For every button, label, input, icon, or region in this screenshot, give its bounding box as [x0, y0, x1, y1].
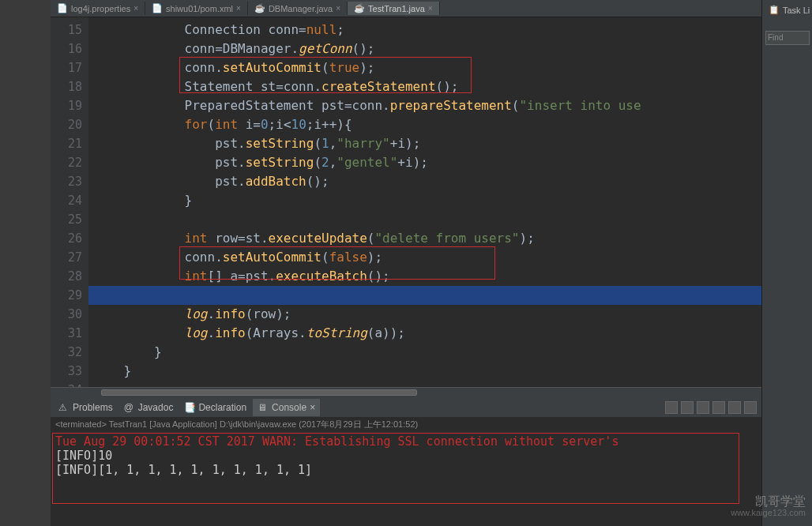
close-icon[interactable]: × — [428, 4, 433, 13]
line-number: 26 — [52, 229, 82, 248]
horizontal-scrollbar[interactable] — [51, 387, 761, 398]
console-tab[interactable]: 🖥Console × — [253, 399, 320, 416]
console-output[interactable]: Tue Aug 29 00:01:52 CST 2017 WARN: Estab… — [51, 431, 761, 526]
line-number: 29 — [52, 286, 82, 305]
ide-container: 📄log4j.properties×📄shiwu01/pom.xml×☕DBMa… — [0, 0, 812, 526]
file-icon: ☕ — [254, 3, 265, 13]
console-tab-icon: 🖥 — [258, 402, 269, 413]
task-list-icon: 📋 — [769, 5, 780, 15]
console-status-line: <terminated> TestTran1 [Java Application… — [51, 417, 761, 431]
editor-tab-bar: 📄log4j.properties×📄shiwu01/pom.xml×☕DBMa… — [51, 0, 761, 17]
tab-label: log4j.properties — [71, 4, 130, 13]
editor-tab[interactable]: ☕TestTran1.java× — [348, 2, 440, 15]
open-console-icon[interactable] — [728, 401, 741, 414]
main-area: 📄log4j.properties×📄shiwu01/pom.xml×☕DBMa… — [51, 0, 761, 526]
console-tab-label: Console — [272, 402, 306, 413]
line-number: 32 — [52, 343, 82, 362]
line-number: 19 — [52, 96, 82, 115]
console-tab-label: Javadoc — [138, 402, 174, 413]
code-line: } — [88, 343, 761, 362]
line-number: 15 — [52, 21, 82, 39]
scroll-thumb[interactable] — [101, 389, 417, 396]
editor-tab[interactable]: 📄shiwu01/pom.xml× — [145, 2, 248, 15]
code-line: Connection conn=null; — [88, 21, 761, 39]
task-search-input[interactable]: Find — [765, 31, 810, 45]
line-number: 23 — [52, 172, 82, 191]
line-number: 18 — [52, 77, 82, 96]
code-line: conn.setAutoCommit(false); — [88, 248, 761, 267]
line-number: 30 — [52, 305, 82, 324]
code-line: pst.setString(2,"gentel"+i); — [88, 153, 761, 172]
tab-label: DBManager.java — [269, 4, 333, 13]
line-number: 22 — [52, 153, 82, 172]
code-line: Statement st=conn.createStatement(); — [88, 77, 761, 96]
display-selected-icon[interactable] — [712, 401, 725, 414]
console-tab[interactable]: @Javadoc — [119, 399, 179, 416]
file-icon: ☕ — [354, 3, 365, 13]
code-area[interactable]: Connection conn=null; conn=DBManager.get… — [88, 17, 761, 387]
editor-tab[interactable]: 📄log4j.properties× — [51, 2, 145, 15]
code-line: conn.setAutoCommit(true); — [88, 58, 761, 77]
editor-tab[interactable]: ☕DBManager.java× — [248, 2, 348, 15]
console-tab-icon: @ — [124, 402, 135, 413]
file-icon: 📄 — [57, 3, 68, 13]
console-tab[interactable]: 📑Declaration — [179, 399, 251, 416]
line-number: 28 — [52, 267, 82, 286]
pin-console-icon[interactable] — [665, 401, 678, 414]
close-console-icon[interactable] — [681, 401, 694, 414]
task-list-title: 📋 Task Li — [765, 3, 809, 17]
close-icon[interactable]: × — [133, 4, 138, 13]
bottom-panel-tabs: ⚠Problems@Javadoc📑Declaration🖥Console × — [51, 398, 761, 417]
console-tab-icon: ⚠ — [58, 402, 70, 413]
remove-launch-icon[interactable] — [697, 401, 709, 414]
code-line — [88, 286, 761, 305]
code-line — [88, 210, 761, 229]
left-margin — [0, 0, 51, 526]
code-line: int[] a=pst.executeBatch(); — [88, 267, 761, 286]
line-number: 17 — [52, 58, 82, 77]
code-line: PreparedStatement pst=conn.prepareStatem… — [88, 96, 761, 115]
line-number: 21 — [52, 134, 82, 153]
code-line: } — [88, 362, 761, 381]
code-line: int row=st.executeUpdate("delete from us… — [88, 229, 761, 248]
close-icon[interactable]: × — [310, 402, 315, 413]
console-tab-label: Declaration — [198, 402, 246, 413]
line-number: 27 — [52, 248, 82, 267]
code-line: } — [88, 191, 761, 210]
minimize-icon[interactable] — [744, 401, 757, 414]
watermark: 凯哥学堂 www.kaige123.com — [731, 496, 806, 518]
line-gutter: 1516171819202122232425262728293031323334 — [51, 17, 88, 387]
close-icon[interactable]: × — [336, 4, 340, 13]
console-tab-icon: 📑 — [184, 402, 195, 413]
file-icon: 📄 — [152, 3, 163, 13]
line-number: 20 — [52, 115, 82, 134]
line-number: 25 — [52, 210, 82, 229]
code-line: pst.setString(1,"harry"+i); — [88, 134, 761, 153]
console-tab[interactable]: ⚠Problems — [54, 399, 118, 416]
console-info-line: [INFO][1, 1, 1, 1, 1, 1, 1, 1, 1, 1] — [55, 463, 757, 477]
console-tools — [665, 401, 761, 414]
code-line: log.info(Arrays.toString(a)); — [88, 324, 761, 343]
tab-label: shiwu01/pom.xml — [166, 4, 233, 13]
code-line: pst.addBatch(); — [88, 172, 761, 191]
console-info-line: [INFO]10 — [55, 449, 757, 463]
line-number: 16 — [52, 39, 82, 58]
close-icon[interactable]: × — [236, 4, 241, 13]
task-list-panel: 📋 Task Li Find — [761, 0, 812, 526]
line-number: 31 — [52, 324, 82, 343]
console-warn-line: Tue Aug 29 00:01:52 CST 2017 WARN: Estab… — [55, 434, 757, 449]
code-line — [88, 381, 761, 387]
line-number: 34 — [52, 381, 82, 387]
line-number: 24 — [52, 191, 82, 210]
code-line: for(int i=0;i<10;i++){ — [88, 115, 761, 134]
code-line: log.info(row); — [88, 305, 761, 324]
tab-label: TestTran1.java — [368, 4, 425, 13]
console-tab-label: Problems — [73, 402, 113, 413]
code-line: conn=DBManager.getConn(); — [88, 39, 761, 58]
line-number: 33 — [52, 362, 82, 381]
editor-wrapper: 1516171819202122232425262728293031323334… — [51, 17, 761, 387]
